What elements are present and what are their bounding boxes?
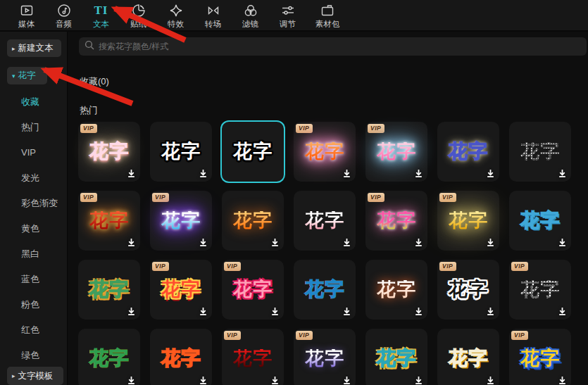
huazi-card[interactable]: VIP花字 [78,191,140,251]
sidebar-item-vip[interactable]: VIP [0,140,68,165]
search-placeholder: 搜索花字颜色/样式 [99,41,168,53]
sidebar-item-green[interactable]: 绿色 [0,343,68,368]
huazi-card[interactable]: VIP花字 [437,191,499,251]
vip-badge: VIP [439,262,456,271]
vip-badge: VIP [511,331,528,340]
huazi-card[interactable]: 花字 [437,329,499,385]
sidebar-item-black-white[interactable]: 黑白 [0,241,68,267]
huazi-card[interactable]: VIP花字 [150,260,212,320]
download-icon[interactable] [557,237,568,248]
download-icon[interactable] [413,375,424,385]
huazi-card[interactable]: 花字 [294,191,356,251]
huazi-card[interactable]: VIP花字 [365,122,427,182]
tab-adjust[interactable]: 调节 [269,0,306,32]
tab-label: 转场 [205,19,221,30]
sticker-icon [131,3,146,18]
download-icon[interactable] [198,375,208,385]
download-icon[interactable] [126,237,137,248]
download-icon[interactable] [557,306,568,317]
huazi-card[interactable]: 花字 [437,122,499,182]
download-icon[interactable] [198,168,208,179]
huazi-card[interactable]: 花字 [222,191,284,251]
huazi-grid: VIP花字花字花字VIP花字VIP花字花字花字VIP花字VIP花字花字花字VIP… [78,122,582,385]
tab-sticker[interactable]: 贴纸 [120,0,157,32]
download-icon[interactable] [485,168,496,179]
huazi-card[interactable]: 花字 [365,260,427,320]
huazi-card[interactable]: 花字 [78,329,140,385]
sidebar-item-yellow[interactable]: 黄色 [0,216,68,241]
sidebar-item-huazi[interactable]: ▾ 花字 [7,67,47,84]
download-icon[interactable] [413,306,424,317]
download-icon[interactable] [485,375,496,385]
sidebar-item-glow[interactable]: 发光 [0,165,68,191]
huazi-category-list: 收藏热门VIP发光彩色渐变黄色黑白蓝色粉色红色绿色 [0,89,68,368]
download-icon[interactable] [342,168,352,179]
download-icon[interactable] [557,168,568,179]
tab-media[interactable]: 媒体 [8,0,45,32]
download-icon[interactable] [413,237,424,248]
sidebar-item-hot[interactable]: 热门 [0,115,68,140]
sidebar-item-red[interactable]: 红色 [0,317,68,343]
huazi-card[interactable]: 花字 [150,329,212,385]
download-icon[interactable] [413,168,424,179]
tab-effects[interactable]: 特效 [157,0,194,32]
huazi-card[interactable]: VIP花字 [365,191,427,251]
audio-icon [56,3,72,18]
huazi-card[interactable]: 花字 [150,122,212,182]
download-icon[interactable] [198,237,208,248]
tab-filters[interactable]: 滤镜 [232,0,269,32]
sidebar-item-new-text[interactable]: ▸ 新建文本 [7,39,61,57]
download-icon[interactable] [342,375,352,385]
download-icon[interactable] [557,375,568,385]
huazi-card[interactable]: VIP花字 [78,122,140,182]
huazi-preview-text: 花字 [305,142,344,161]
tab-label: 文本 [93,19,109,30]
sidebar-item-text-template[interactable]: ▸ 文字模板 [7,367,63,385]
huazi-card[interactable]: VIP花字 [150,191,212,251]
sidebar-item-color-gradient[interactable]: 彩色渐变 [0,191,68,216]
download-icon[interactable] [342,237,352,248]
huazi-card[interactable]: 花字 [509,122,571,182]
huazi-preview-text: 花字 [449,142,488,161]
download-icon[interactable] [270,237,280,248]
download-icon[interactable] [342,306,352,317]
download-icon[interactable] [485,306,496,317]
sidebar-item-blue[interactable]: 蓝色 [0,267,68,292]
sidebar-item-pink[interactable]: 粉色 [0,292,68,317]
huazi-card[interactable]: VIP花字 [294,122,356,182]
tab-label: 调节 [280,19,296,30]
huazi-card[interactable]: 花字 [294,260,356,320]
huazi-preview-text: 花字 [161,349,201,368]
search-input[interactable]: 搜索花字颜色/样式 [79,37,587,56]
tab-text[interactable]: TI文本 [82,0,120,32]
chevron-down-icon: ▾ [12,72,15,80]
huazi-card[interactable]: 花字 [78,260,140,320]
huazi-card[interactable]: VIP花字 [222,260,284,320]
download-icon[interactable] [270,375,280,385]
tab-label: 音频 [56,19,72,30]
tab-transitions[interactable]: 转场 [194,0,232,32]
sidebar-item-favorites[interactable]: 收藏 [0,89,68,115]
download-icon[interactable] [126,306,137,317]
huazi-card[interactable]: VIP花字 [222,329,284,385]
assets-icon [320,3,335,18]
huazi-card[interactable]: 花字 [509,191,571,251]
huazi-card-selected[interactable]: 花字 [222,122,284,182]
download-icon[interactable] [126,375,137,385]
vip-badge: VIP [296,331,313,340]
tab-label: 滤镜 [242,19,258,30]
huazi-preview-text: 花字 [305,349,344,368]
huazi-preview-text: 花字 [449,349,488,368]
huazi-card[interactable]: VIP花字 [509,260,571,320]
tab-audio[interactable]: 音频 [45,0,82,32]
huazi-card[interactable]: 花字 [365,329,427,385]
download-icon[interactable] [198,306,208,317]
download-icon[interactable] [485,237,496,248]
tab-assets-pack[interactable]: 素材包 [306,0,349,32]
download-icon[interactable] [126,168,137,179]
vip-badge: VIP [224,331,241,340]
huazi-card[interactable]: VIP花字 [294,329,356,385]
download-icon[interactable] [270,306,280,317]
huazi-card[interactable]: VIP花字 [437,260,499,320]
huazi-card[interactable]: VIP花字 [509,329,571,385]
